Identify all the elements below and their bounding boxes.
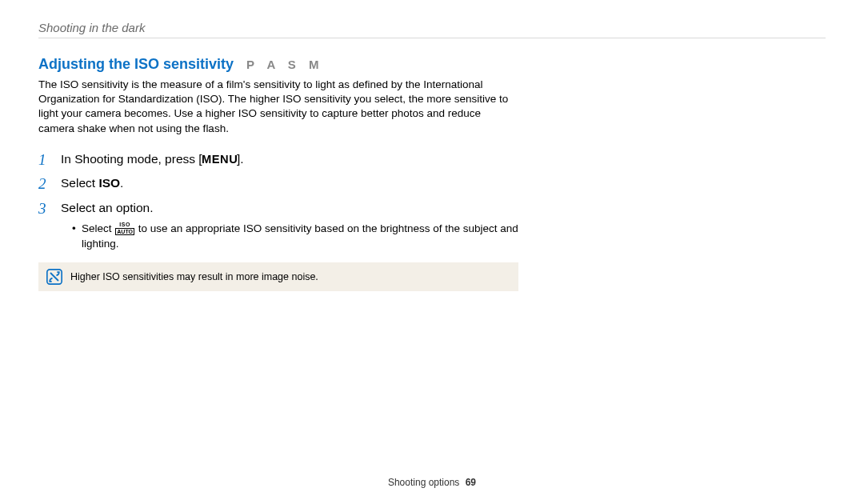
step-2-text-pre: Select (61, 176, 98, 190)
step-2: Select ISO. (38, 174, 518, 192)
page-footer: Shooting options 69 (0, 477, 864, 488)
divider (38, 38, 826, 38)
step-list: In Shooting mode, press [MENU]. Select I… (38, 150, 518, 251)
note-box: Higher ISO sensitivities may result in m… (38, 262, 518, 291)
note-icon (46, 269, 62, 285)
mode-indicators: P A S M (246, 58, 323, 71)
menu-button-glyph: MENU (202, 151, 238, 167)
section-heading: Adjusting the ISO sensitivity (38, 56, 234, 73)
intro-paragraph: The ISO sensitivity is the measure of a … (38, 78, 510, 136)
breadcrumb: Shooting in the dark (38, 21, 826, 34)
footer-page-number: 69 (466, 477, 476, 488)
note-text: Higher ISO sensitivities may result in m… (70, 271, 318, 282)
step-1-text-pre: In Shooting mode, press [ (61, 152, 202, 166)
step-3-sublist: Select ISOAUTO to use an appropriate ISO… (61, 222, 518, 250)
step-2-bold: ISO (98, 176, 120, 190)
iso-auto-icon: ISOAUTO (115, 222, 134, 235)
iso-auto-icon-top: ISO (115, 222, 134, 227)
footer-section-label: Shooting options (388, 477, 459, 488)
step-3: Select an option. Select ISOAUTO to use … (38, 199, 518, 251)
step-1: In Shooting mode, press [MENU]. (38, 150, 518, 168)
svg-line-1 (50, 273, 58, 281)
heading-row: Adjusting the ISO sensitivity P A S M (38, 56, 826, 73)
step-3-bullet: Select ISOAUTO to use an appropriate ISO… (72, 222, 518, 250)
step-2-text-post: . (120, 176, 123, 190)
step-3-bullet-post: to use an appropriate ISO sensitivity ba… (82, 222, 518, 249)
step-3-bullet-pre: Select (82, 222, 114, 234)
step-3-text: Select an option. (61, 201, 153, 214)
iso-auto-icon-bottom: AUTO (115, 228, 134, 235)
